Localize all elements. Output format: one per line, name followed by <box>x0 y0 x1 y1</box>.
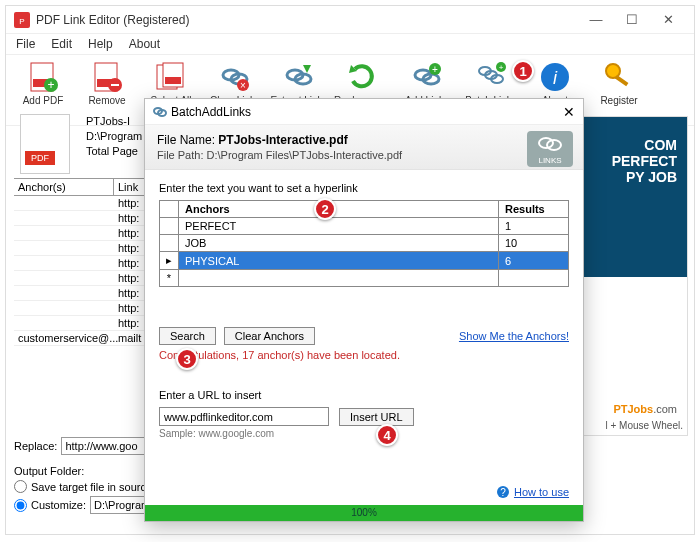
preview-brand: PTJobs.com <box>613 403 677 415</box>
register-icon <box>603 61 635 93</box>
dialog-close-icon[interactable]: ✕ <box>563 104 575 120</box>
progress-bar: 100% <box>145 505 583 521</box>
table-row-new: * <box>160 270 569 287</box>
file-info: PTJobs-I D:\Program Total Page <box>86 114 142 159</box>
clear-links-icon: × <box>219 61 251 93</box>
about-icon: i <box>539 61 571 93</box>
svg-text:+: + <box>499 63 504 72</box>
replace-links-icon <box>347 61 379 93</box>
svg-text:?: ? <box>500 487 506 498</box>
register-button[interactable]: Register <box>590 61 648 117</box>
dialog-header: File Name: PTJobs-Interactive.pdf File P… <box>145 125 583 170</box>
status-message: Congratulations, 17 anchor(s) have been … <box>159 349 569 361</box>
clear-anchors-button[interactable]: Clear Anchors <box>224 327 315 345</box>
anchors-table[interactable]: AnchorsResults PERFECT1 JOB10 ▸PHYSICAL6… <box>159 200 569 287</box>
save-in-source-radio[interactable] <box>14 480 27 493</box>
show-me-anchors-link[interactable]: Show Me the Anchors! <box>459 330 569 342</box>
remove-button[interactable]: Remove <box>78 61 136 117</box>
batch-add-links-dialog: BatchAddLinks ✕ File Name: PTJobs-Intera… <box>144 98 584 522</box>
menu-help[interactable]: Help <box>88 37 113 51</box>
svg-rect-9 <box>111 84 119 86</box>
callout-1: 1 <box>512 60 534 82</box>
customize-radio[interactable] <box>14 499 27 512</box>
search-button[interactable]: Search <box>159 327 216 345</box>
how-to-use-link[interactable]: ? How to use <box>496 485 569 499</box>
menu-about[interactable]: About <box>129 37 160 51</box>
menu-file[interactable]: File <box>16 37 35 51</box>
url-input[interactable] <box>159 407 329 426</box>
menu-edit[interactable]: Edit <box>51 37 72 51</box>
dialog-icon <box>153 105 167 119</box>
dialog-titlebar: BatchAddLinks ✕ <box>145 99 583 125</box>
url-label: Enter a URL to insert <box>159 389 569 401</box>
maximize-button[interactable]: ☐ <box>614 12 650 27</box>
table-row: JOB10 <box>160 235 569 252</box>
add-pdf-button[interactable]: +Add PDF <box>14 61 72 117</box>
svg-point-35 <box>547 140 561 150</box>
callout-2: 2 <box>314 198 336 220</box>
title-bar: P PDF Link Editor (Registered) — ☐ ✕ <box>6 6 694 34</box>
batch-links-icon: + <box>475 61 507 93</box>
output-folder-label: Output Folder: <box>14 465 84 477</box>
close-button[interactable]: ✕ <box>650 12 686 27</box>
table-row: PERFECT1 <box>160 218 569 235</box>
anchor-prompt: Enter the text you want to set a hyperli… <box>159 182 569 194</box>
svg-text:+: + <box>47 78 54 92</box>
zoom-hint: l + Mouse Wheel. <box>605 420 683 431</box>
help-icon: ? <box>496 485 510 499</box>
add-links-icon: + <box>411 61 443 93</box>
svg-text:+: + <box>432 64 438 75</box>
add-pdf-icon: + <box>27 61 59 93</box>
remove-icon <box>91 61 123 93</box>
main-window: P PDF Link Editor (Registered) — ☐ ✕ Fil… <box>5 5 695 535</box>
table-row-selected: ▸PHYSICAL6 <box>160 252 569 270</box>
dialog-title: BatchAddLinks <box>171 105 563 119</box>
pdf-file-icon <box>20 114 70 174</box>
app-icon: P <box>14 12 30 28</box>
svg-text:P: P <box>19 17 24 26</box>
svg-rect-12 <box>165 77 181 84</box>
links-badge-icon: LINKS <box>527 131 573 167</box>
insert-url-button[interactable]: Insert URL <box>339 408 414 426</box>
callout-4: 4 <box>376 424 398 446</box>
menu-bar: File Edit Help About <box>6 34 694 55</box>
callout-3: 3 <box>176 348 198 370</box>
url-sample: Sample: www.google.com <box>159 428 569 439</box>
select-all-icon <box>155 61 187 93</box>
window-title: PDF Link Editor (Registered) <box>36 13 578 27</box>
svg-rect-31 <box>615 75 629 86</box>
extract-links-icon <box>283 61 315 93</box>
minimize-button[interactable]: — <box>578 12 614 27</box>
svg-text:×: × <box>240 80 246 91</box>
replace-label: Replace: <box>14 440 57 452</box>
